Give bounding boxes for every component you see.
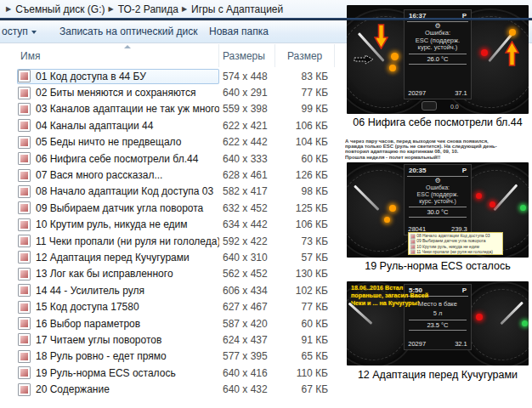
sort-ascending-icon bbox=[124, 45, 131, 48]
outside-temperature: 26.0 °C bbox=[409, 54, 467, 65]
file-dimensions: 640 x 333 bbox=[219, 153, 275, 165]
dashboard-button-icon bbox=[422, 101, 437, 110]
file-size: 125 КБ bbox=[275, 202, 335, 214]
display-error-line: ESC (поддерж. bbox=[417, 191, 459, 198]
image-file-icon bbox=[18, 152, 31, 165]
file-name: 02 Биты меняются и сохраняются bbox=[36, 87, 195, 99]
column-header-name[interactable]: Имя bbox=[17, 44, 219, 67]
file-name: 18 Руль ровно - едет прямо bbox=[36, 350, 167, 362]
file-size: 73 КБ bbox=[275, 235, 335, 247]
file-size: 99 КБ bbox=[275, 103, 335, 115]
table-row[interactable]: 01 Код доступа в 44 БУ 574 x 448 83 КБ bbox=[0, 68, 340, 84]
file-size: 77 КБ bbox=[275, 301, 335, 313]
table-row[interactable]: 07 Вася много рассказал... 628 x 461 126… bbox=[0, 167, 340, 183]
gear-position: P bbox=[462, 167, 467, 174]
file-name: 05 Беды ничто не предвещало bbox=[36, 136, 181, 148]
file-size: 98 КБ bbox=[275, 185, 335, 197]
table-row[interactable]: 11 Чеки пропали (ни руля ни гололеда) 59… bbox=[0, 233, 340, 249]
clock-value: 20:35 bbox=[409, 167, 426, 174]
image-file-icon bbox=[18, 185, 31, 198]
image-file-icon bbox=[18, 350, 31, 363]
table-row[interactable]: 19 Руль-норма ECS осталось 640 x 416 110… bbox=[0, 365, 340, 381]
burn-disc-button[interactable]: Записать на оптический диск bbox=[59, 26, 198, 37]
note-line: 18.06..2016 Встал bbox=[351, 285, 453, 292]
image-file-icon bbox=[18, 301, 31, 314]
share-button[interactable]: оступ bbox=[2, 26, 37, 37]
file-size: 104 КБ bbox=[275, 136, 335, 148]
file-name: 04 Каналы адаптации 44 bbox=[36, 120, 153, 132]
table-row[interactable]: 06 Нифига себе посмотрели бл.44 640 x 33… bbox=[0, 150, 340, 167]
file-dimensions: 577 x 395 bbox=[219, 350, 275, 362]
file-size: 91 КБ bbox=[275, 334, 335, 346]
trip-value: 32.1 bbox=[455, 340, 467, 348]
odometer-value: 20297 bbox=[408, 89, 426, 97]
file-size: 106 КБ bbox=[275, 218, 335, 230]
table-row[interactable]: 12 Адаптация перед Кучугурами 640 x 310 … bbox=[0, 249, 340, 265]
image-file-icon bbox=[18, 119, 31, 132]
brake-warning-light bbox=[481, 49, 488, 56]
breadcrumb-item[interactable]: ▶ Игры с Адаптацией bbox=[178, 3, 283, 15]
esp-warning-light bbox=[389, 205, 396, 212]
table-row[interactable]: 04 Каналы адаптации 44 622 x 421 106 КБ bbox=[0, 117, 340, 133]
eps-warning-light bbox=[389, 65, 396, 71]
file-name: 17 Читаем углы поворотов bbox=[36, 334, 161, 346]
table-row[interactable]: 08 Начало адаптации Код доступа 03 582 x… bbox=[0, 184, 340, 200]
file-size: 65 КБ bbox=[275, 350, 335, 362]
chevron-down-icon bbox=[31, 31, 37, 34]
file-name: 20 Содержание bbox=[36, 383, 110, 395]
warning-light bbox=[476, 193, 482, 199]
column-header-dimensions[interactable]: Размеры bbox=[219, 44, 275, 67]
file-dimensions: 622 x 421 bbox=[219, 120, 275, 132]
table-row[interactable]: 16 Выбор параметров 587 x 420 60 КБ bbox=[0, 315, 340, 332]
image-file-icon bbox=[410, 234, 416, 239]
breadcrumb-item[interactable]: ▶ Съемный диск (G:) bbox=[3, 3, 105, 15]
table-row[interactable]: 17 Читаем углы поворотов 624 x 437 91 КБ bbox=[0, 332, 340, 348]
eps-warning-light bbox=[384, 217, 390, 223]
note-line: пораньше, загасил Васей bbox=[351, 292, 453, 300]
table-row[interactable]: 20 Содержание 640 x 432 67 КБ bbox=[0, 381, 340, 397]
file-dimensions: 640 x 416 bbox=[219, 367, 275, 379]
file-name: 09 Выбираем датчик угла поворота bbox=[36, 202, 203, 214]
file-size: 57 КБ bbox=[275, 252, 335, 264]
indicator-light bbox=[520, 205, 526, 211]
table-row[interactable]: 03 Каналов адаптации не так уж много 559… bbox=[0, 101, 340, 117]
handwritten-note: 18.06..2016 Всталпораньше, загасил Васей… bbox=[351, 285, 453, 315]
file-dimensions: 624 x 437 bbox=[219, 334, 275, 346]
trip-computer-display: 16:37 P ⚙ Ошибка:ESC (поддерж.курс. усто… bbox=[404, 9, 472, 99]
file-size: 83 КБ bbox=[275, 71, 335, 82]
file-dimensions: 627 x 467 bbox=[219, 301, 275, 313]
tooltip-file-name: 11 Чеки пропали (ни руля ни гололеда) bbox=[416, 249, 493, 254]
indicator-light bbox=[522, 320, 528, 326]
new-folder-button[interactable]: Новая папка bbox=[209, 26, 269, 37]
trip-value: 37.1 bbox=[455, 89, 467, 97]
file-dimensions: 628 x 461 bbox=[219, 169, 275, 181]
highlight-arrow-down-icon bbox=[374, 24, 388, 49]
table-row[interactable]: 05 Беды ничто не предвещало 622 x 442 10… bbox=[0, 134, 340, 150]
table-row[interactable]: 10 Крутим руль, никуда не едим 634 x 442… bbox=[0, 217, 340, 233]
esc-warning-light bbox=[509, 29, 516, 36]
file-dimensions: 634 x 442 bbox=[219, 218, 275, 230]
table-row[interactable]: 02 Биты меняются и сохраняются 640 x 291… bbox=[0, 84, 340, 100]
esp-warning-light bbox=[391, 53, 399, 60]
table-row[interactable]: 09 Выбираем датчик угла поворота 632 x 4… bbox=[0, 200, 340, 216]
table-row[interactable]: 13 Лог как бы исправленного 562 x 452 13… bbox=[0, 266, 340, 282]
image-file-icon bbox=[18, 169, 31, 182]
pointer-arrow-right-icon bbox=[354, 54, 374, 65]
odometer-value: 20297 bbox=[408, 340, 426, 348]
comment-note: А через пару часов, перед выходом чек сн… bbox=[345, 139, 530, 162]
table-row[interactable]: 14 44 - Усилитель руля 606 x 434 102 КБ bbox=[0, 282, 340, 298]
breadcrumb-item[interactable]: ▶ ТО-2 Рапида bbox=[105, 3, 178, 15]
image-file-icon bbox=[18, 235, 31, 247]
photo-collage-panel: 16:37 P ⚙ Ошибка:ESC (поддерж.курс. усто… bbox=[342, 0, 532, 408]
file-name: 12 Адаптация перед Кучугурами bbox=[36, 252, 190, 264]
file-size: 67 КБ bbox=[275, 383, 335, 395]
column-header-size[interactable]: Размер bbox=[275, 44, 335, 67]
table-row[interactable]: 18 Руль ровно - едет прямо 577 x 395 65 … bbox=[0, 348, 340, 365]
image-file-icon bbox=[18, 383, 31, 396]
file-name: 06 Нифига себе посмотрели бл.44 bbox=[36, 153, 198, 165]
file-dimensions: 632 x 452 bbox=[219, 202, 275, 214]
brake-warning-light bbox=[476, 314, 483, 320]
brake-warning-light bbox=[490, 201, 495, 207]
table-row[interactable]: 15 Код доступа 17580 627 x 467 77 КБ bbox=[0, 298, 340, 314]
file-dimensions: 606 x 434 bbox=[219, 285, 275, 297]
